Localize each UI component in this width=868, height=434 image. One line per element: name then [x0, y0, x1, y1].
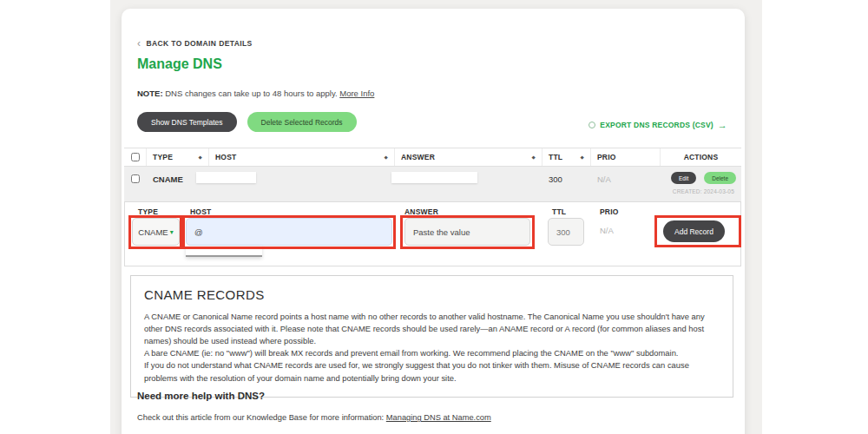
sort-icon[interactable]: ◆: [581, 155, 584, 160]
form-type-label: TYPE: [138, 207, 158, 216]
sort-icon[interactable]: ◆: [199, 155, 202, 160]
host-autocomplete-dropdown: [186, 246, 262, 257]
dns-record-row: CNAME 300 N/A Edit Delete CREATED: 2024-…: [124, 167, 741, 201]
dns-note: NOTE: DNS changes can take up to 48 hour…: [137, 89, 374, 98]
form-prio-label: PRIO: [600, 207, 619, 216]
arrow-right-icon: →: [718, 120, 727, 130]
note-text: DNS changes can take up to 48 hours to a…: [163, 89, 340, 98]
record-checkbox[interactable]: [131, 174, 140, 183]
header-answer[interactable]: ANSWER◆: [395, 148, 542, 166]
record-actions-cell: Edit Delete CREATED: 2024-03-05: [661, 167, 741, 201]
record-type-select-value: CNAME: [138, 227, 168, 237]
prio-value: N/A: [600, 226, 614, 235]
help-heading: Need more help with DNS?: [137, 391, 265, 401]
help-text-body: Check out this article from our Knowledg…: [137, 413, 386, 422]
header-checkbox-cell: [124, 148, 147, 166]
select-all-checkbox[interactable]: [131, 153, 140, 161]
header-ttl[interactable]: TTL◆: [542, 148, 591, 166]
table-header-row: TYPE◆ HOST◆ ANSWER◆ TTL◆ PRIO ACTIONS: [124, 148, 741, 167]
record-prio: N/A: [591, 167, 661, 201]
edit-button[interactable]: Edit: [671, 172, 696, 184]
header-type[interactable]: TYPE◆: [147, 148, 209, 166]
more-info-link[interactable]: More Info: [339, 89, 374, 98]
record-type-select[interactable]: CNAME ▾: [132, 218, 180, 246]
export-dns-records-link[interactable]: EXPORT DNS RECORDS (CSV) →: [589, 120, 727, 130]
manage-dns-panel: ‹ BACK TO DOMAIN DETAILS Manage DNS NOTE…: [122, 9, 745, 434]
sort-icon[interactable]: ◆: [385, 155, 388, 160]
page-title: Manage DNS: [137, 56, 222, 72]
record-action-buttons: Edit Delete: [671, 172, 736, 184]
add-record-button[interactable]: Add Record: [663, 220, 725, 242]
page-background: ‹ BACK TO DOMAIN DETAILS Manage DNS NOTE…: [0, 0, 868, 434]
cname-records-info: CNAME RECORDS A CNAME or Canonical Name …: [130, 275, 733, 398]
info-paragraph-2: A bare CNAME (ie: no "www") will break M…: [144, 347, 720, 359]
back-to-domain-details-link[interactable]: ‹ BACK TO DOMAIN DETAILS: [137, 39, 253, 48]
answer-input[interactable]: [404, 218, 530, 246]
record-created-date: CREATED: 2024-03-05: [673, 188, 734, 194]
delete-selected-records-button[interactable]: Delete Selected Records: [247, 112, 357, 132]
header-prio: PRIO: [591, 148, 661, 166]
header-type-label: TYPE: [153, 153, 173, 161]
add-record-form: TYPE HOST ANSWER TTL PRIO CNAME ▾ N/A Ad…: [124, 201, 741, 266]
header-host[interactable]: HOST◆: [209, 148, 395, 166]
header-ttl-label: TTL: [549, 153, 562, 161]
export-label: EXPORT DNS RECORDS (CSV): [600, 121, 713, 129]
managing-dns-link[interactable]: Managing DNS at Name.com: [386, 413, 491, 422]
delete-button[interactable]: Delete: [704, 172, 736, 184]
header-prio-label: PRIO: [597, 153, 616, 161]
form-answer-label: ANSWER: [404, 207, 438, 216]
header-actions-label: ACTIONS: [684, 153, 719, 161]
ttl-input[interactable]: [548, 218, 584, 246]
header-answer-label: ANSWER: [401, 153, 435, 161]
form-ttl-label: TTL: [552, 207, 566, 216]
form-host-label: HOST: [190, 207, 211, 216]
export-icon: [589, 122, 595, 128]
chevron-left-icon: ‹: [137, 40, 141, 47]
info-paragraph-3: If you do not understand what CNAME reco…: [144, 359, 720, 384]
toolbar: Show DNS Templates Delete Selected Recor…: [137, 112, 357, 132]
help-text: Check out this article from our Knowledg…: [137, 413, 491, 422]
dns-records-table: TYPE◆ HOST◆ ANSWER◆ TTL◆ PRIO ACTIONS CN…: [124, 148, 741, 201]
chevron-down-icon: ▾: [170, 228, 174, 236]
show-dns-templates-button[interactable]: Show DNS Templates: [137, 112, 237, 132]
redacted-answer-value: [391, 172, 477, 183]
host-input[interactable]: [186, 218, 392, 246]
header-actions: ACTIONS: [661, 148, 741, 166]
record-ttl: 300: [542, 167, 591, 201]
note-label: NOTE:: [137, 89, 163, 98]
back-link-label: BACK TO DOMAIN DETAILS: [146, 39, 252, 48]
sort-icon[interactable]: ◆: [532, 155, 536, 160]
info-paragraph-1: A CNAME or Canonical Name record points …: [144, 311, 720, 347]
redacted-host-value: [196, 172, 256, 183]
header-host-label: HOST: [215, 153, 236, 161]
info-heading: CNAME RECORDS: [144, 287, 720, 302]
record-checkbox-cell: [124, 167, 147, 201]
